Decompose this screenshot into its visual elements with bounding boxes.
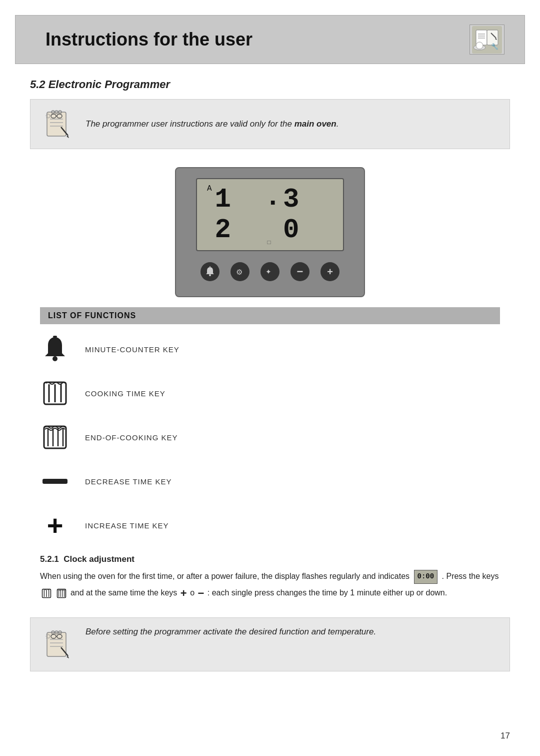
bell-button[interactable] [200, 262, 220, 281]
section-title: 5.2 Electronic Programmer [30, 78, 510, 91]
function-row-5: + INCREASE TIME KEY [40, 510, 500, 540]
bell-icon [40, 334, 70, 364]
plus-button[interactable]: + [320, 262, 340, 281]
plus-icon-shape: + [47, 511, 64, 539]
note-text-2-content: Before setting the programmer activate t… [86, 627, 376, 636]
plus-button-label: + [327, 267, 333, 277]
cooking-time-icon [40, 378, 70, 408]
cooking-time-button[interactable]: ⚙ [230, 262, 250, 281]
minus-button-label: − [297, 266, 304, 277]
page-title: Instructions for the user [46, 29, 252, 50]
svg-text:☼: ☼ [44, 110, 52, 120]
note-icon-1: ☼ [40, 107, 76, 142]
end-cooking-icon [40, 422, 70, 452]
bell-function-icon [42, 335, 68, 363]
end-cooking-button-icon: ✦ [264, 266, 276, 277]
note-box-2: ☼ Before setting the programmer activate… [30, 617, 510, 671]
clock-paragraph-1: When using the oven for the first time, … [40, 572, 410, 580]
note-text-after: . [336, 119, 339, 129]
display-subscript: □ [267, 239, 272, 246]
display-time: 1 2 [215, 184, 265, 245]
function-row-4: DECREASE TIME KEY [40, 466, 500, 496]
display-colon: . [265, 182, 283, 213]
clock-paragraph-2: . Press the keys [442, 572, 499, 580]
inline-end-cooking-svg [56, 588, 67, 598]
svg-point-28 [52, 356, 58, 361]
svg-marker-19 [66, 136, 69, 138]
cooking-time-function-icon [41, 380, 69, 406]
minus-icon-shape [42, 479, 68, 484]
function-label-5: INCREASE TIME KEY [85, 521, 169, 530]
decrease-time-icon [40, 466, 70, 496]
note-text-before: The programmer user instructions are val… [86, 119, 294, 129]
svg-marker-56 [66, 656, 69, 658]
cooking-button-icon: ⚙ [234, 266, 246, 277]
clock-display-value: 0:00 [414, 570, 438, 584]
inline-minus-icon: − [198, 584, 204, 602]
display-box: A 1 2 . 3 0 □ ⚙ [175, 167, 365, 297]
increase-time-icon: + [40, 510, 70, 540]
function-row-2: COOKING TIME KEY [40, 378, 500, 408]
inline-end-cooking-icon [56, 585, 67, 601]
clock-paragraph-4: o [190, 588, 194, 597]
header-bar: Instructions for the user 🔧 [15, 15, 525, 64]
function-label-3: END-OF-COOKING KEY [85, 433, 178, 442]
function-label-4: DECREASE TIME KEY [85, 477, 172, 486]
clock-text: When using the oven for the first time, … [40, 569, 500, 602]
page-number: 17 [500, 731, 510, 741]
clock-title: 5.2.1 Clock adjustment [40, 554, 500, 564]
note-bold-text: main oven [294, 119, 336, 129]
svg-point-24 [209, 274, 211, 276]
clock-section: 5.2.1 Clock adjustment When using the ov… [40, 554, 500, 602]
display-time2: 3 0 [283, 184, 333, 245]
note-text-2: Before setting the programmer activate t… [86, 627, 376, 637]
svg-text:☼: ☼ [44, 630, 52, 640]
clock-paragraph-3: and at the same time the keys [70, 588, 177, 597]
clock-title-text: Clock adjustment [64, 554, 134, 564]
function-row-1: MINUTE-COUNTER KEY [40, 334, 500, 364]
clock-paragraph-5: : each single press changes the time by … [208, 588, 447, 597]
header-icon: 🔧 [470, 25, 504, 55]
svg-point-9 [476, 42, 483, 49]
minus-button[interactable]: − [290, 262, 310, 281]
programmer-display-area: A 1 2 . 3 0 □ ⚙ [0, 167, 540, 297]
svg-rect-29 [53, 336, 57, 338]
clock-section-number: 5.2.1 [40, 554, 59, 564]
svg-text:⚙: ⚙ [236, 268, 242, 276]
inline-cooking-svg [41, 588, 52, 598]
inline-cooking-icon [41, 585, 52, 601]
svg-text:✦: ✦ [266, 268, 272, 276]
end-cooking-function-icon [41, 424, 69, 450]
notepad-icon-2: ☼ [42, 628, 74, 661]
svg-text:🔧: 🔧 [491, 43, 498, 50]
display-screen: A 1 2 . 3 0 □ [196, 178, 344, 251]
function-label-1: MINUTE-COUNTER KEY [85, 345, 180, 354]
function-row-3: END-OF-COOKING KEY [40, 422, 500, 452]
section-title-text: 5.2 Electronic Programmer [30, 78, 170, 91]
functions-header: LIST OF FUNCTIONS [40, 307, 500, 324]
note-text-1: The programmer user instructions are val… [86, 119, 338, 129]
function-label-2: COOKING TIME KEY [85, 389, 166, 398]
note-icon-2: ☼ [40, 627, 76, 662]
functions-container: LIST OF FUNCTIONS MINUTE-COUNTER KEY [40, 307, 500, 540]
user-manual-icon: 🔧 [472, 26, 502, 54]
notepad-icon: ☼ [42, 108, 74, 141]
display-buttons: ⚙ ✦ − + [200, 262, 340, 281]
bell-button-icon [204, 266, 216, 277]
inline-plus-icon: + [180, 584, 187, 602]
display-superscript: A [207, 184, 214, 193]
end-cooking-button[interactable]: ✦ [260, 262, 280, 281]
note-box-1: ☼ The programmer user instructions are v… [30, 99, 510, 149]
